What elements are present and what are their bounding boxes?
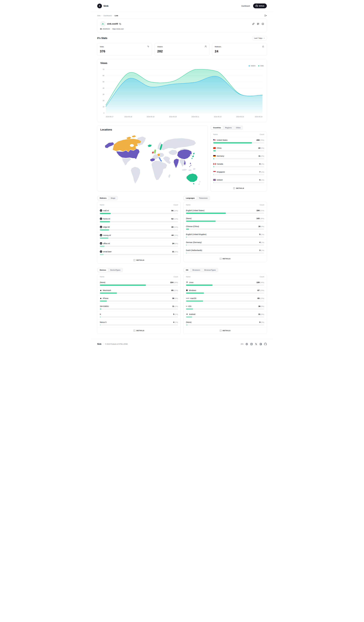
row-count: 224 (59%) [170, 281, 178, 283]
more-actions-icon[interactable] [262, 23, 264, 25]
gmail-icon[interactable] [241, 343, 243, 346]
tab-os[interactable]: OS [184, 268, 190, 272]
row-count: 128 (34%) [256, 281, 264, 283]
qr-code-icon[interactable] [257, 23, 259, 25]
svg-text:2024-05-20: 2024-05-20 [169, 116, 177, 118]
link-avatar [100, 21, 106, 27]
svg-text:2024-05-19: 2024-05-19 [147, 116, 154, 118]
progress-bar [100, 254, 178, 255]
table-row: iPhone36 (9%) [97, 296, 181, 304]
ios-text-icon: ios [186, 306, 187, 307]
row-count: 9 (2%) [259, 163, 264, 165]
row-count: 85 (22%) [257, 297, 264, 299]
views-area-chart: 0102030405060702024-05-172024-05-182024-… [100, 67, 264, 121]
divider [111, 28, 111, 30]
tab-cities[interactable]: Cities [234, 126, 242, 130]
locations-card: Locations [97, 125, 208, 191]
row-name: SM-G965U [100, 305, 109, 307]
tab-browsers[interactable]: Browsers [191, 268, 202, 272]
breadcrumb-sink[interactable]: Sink [97, 15, 100, 17]
chart-legend: visitorsvisits [249, 65, 264, 67]
row-name: Dutch (Netherlands) [186, 249, 202, 251]
svg-text:10: 10 [103, 106, 104, 108]
details-button[interactable]: DETAILS [183, 255, 267, 262]
row-count: 24 (6%) [172, 242, 178, 244]
tab-timezones[interactable]: Timezones [197, 196, 210, 200]
column-header-name: Name [213, 134, 218, 135]
macos-text-icon: macOS [186, 298, 189, 299]
github-icon[interactable] [264, 343, 267, 346]
progress-bar [213, 158, 264, 159]
table-row: medge.ltd48 (12%) [97, 224, 181, 232]
table-row: Nexus 54 (1%) [97, 319, 181, 328]
link-url: https://sink.cool [112, 28, 124, 30]
flame-icon [262, 45, 264, 48]
world-map[interactable] [100, 132, 205, 188]
details-button[interactable]: DETAILS [211, 185, 267, 192]
github-icon [255, 5, 258, 7]
progress-bar [100, 316, 178, 318]
flag-is-icon [213, 179, 216, 181]
telegram-icon[interactable] [245, 343, 248, 346]
referers-tabs: ReferersSlugs [97, 196, 118, 200]
progress-bar [100, 308, 178, 310]
table-row: Chinese (China)16 (4%) [183, 224, 267, 232]
progress-bar [186, 213, 264, 214]
svg-text:2024-05-22: 2024-05-22 [214, 116, 221, 118]
tab-countries[interactable]: Countries [211, 126, 223, 130]
chevron-right-icon: › [102, 15, 102, 17]
table-row: Android31 (8%) [183, 311, 267, 319]
table-row: macOSmacOS85 (22%) [183, 296, 267, 304]
blogger-icon[interactable] [250, 343, 253, 346]
table-row: memail.beer21 (5%) [97, 249, 181, 257]
stat-value: 282 [157, 49, 207, 53]
logout-icon[interactable] [265, 14, 267, 17]
countries-panel: CountriesRegionsCities Name Count United… [211, 125, 267, 192]
tab-referers[interactable]: Referers [98, 196, 109, 200]
progress-bar [186, 316, 264, 318]
date-range-select[interactable]: Last 7 days [252, 36, 267, 40]
row-count: 143 (38%) [256, 217, 264, 219]
progress-bar [186, 285, 264, 286]
svg-text:70: 70 [103, 69, 104, 70]
tab-devices[interactable]: Devices [98, 268, 108, 272]
stat-card-visitors: Visitors282 [155, 43, 209, 56]
tab-languages[interactable]: Languages [184, 196, 197, 200]
calendar-icon [100, 28, 102, 30]
mastodon-icon[interactable] [259, 343, 262, 346]
details-button[interactable]: DETAILS [97, 257, 181, 263]
devices-tabs: DevicesDeviceTypes [97, 268, 123, 272]
progress-bar [186, 292, 264, 294]
row-name: edge.ltd [103, 226, 110, 228]
progress-bar [100, 246, 178, 247]
svg-text:2024-05-24: 2024-05-24 [255, 116, 263, 118]
github-button[interactable]: GitHub [253, 3, 267, 8]
stat-card-referers: Referers24 [212, 43, 267, 56]
details-button[interactable]: DETAILS [183, 328, 267, 334]
row-name: Chinese (China) [186, 225, 199, 227]
tab-regions[interactable]: Regions [223, 126, 234, 130]
link-icon[interactable] [252, 23, 255, 25]
flag-de-icon [213, 155, 216, 157]
details-button[interactable]: DETAILS [97, 328, 181, 334]
windows-icon [186, 289, 188, 291]
flag-ca-icon [213, 163, 216, 165]
copy-icon[interactable] [119, 23, 121, 25]
legend-visits[interactable]: visits [258, 65, 264, 67]
breadcrumb-link: Link [115, 15, 118, 17]
row-count: 85 (22%) [171, 289, 178, 291]
stat-value: 376 [100, 49, 149, 53]
tab-devicetypes[interactable]: DeviceTypes [108, 268, 123, 272]
row-count: 56 (14%) [171, 210, 178, 212]
row-count: 87 (23%) [257, 289, 264, 291]
tab-slugs[interactable]: Slugs [109, 196, 117, 200]
x-icon[interactable] [255, 343, 257, 345]
tab-browsertypes[interactable]: BrowserTypes [202, 268, 218, 272]
breadcrumb-dashboard[interactable]: Dashboard [103, 15, 112, 17]
table-row: mmall.ml56 (14%) [97, 208, 181, 216]
legend-visitors[interactable]: visitors [249, 65, 255, 67]
row-name: Singapore [217, 171, 225, 173]
nav-dashboard-link[interactable]: Dashboard [241, 5, 250, 7]
link-title: sink.cool/0 [107, 23, 118, 25]
breadcrumb: Sink › Dashboard › Link [97, 15, 118, 17]
